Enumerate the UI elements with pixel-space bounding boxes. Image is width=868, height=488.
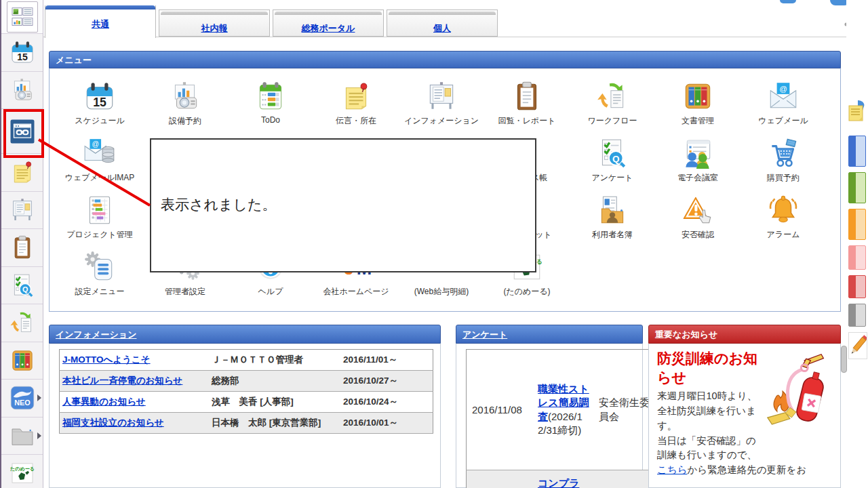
calendar-icon: 15 <box>9 39 36 66</box>
survey-title-link[interactable]: コンプライア <box>538 477 579 488</box>
menu-item-webmailimap[interactable]: @ウェブメールIMAP <box>57 136 142 184</box>
survey-panel: アンケート 2016/11/08職業性ストレス簡易調査(2026/12/31締切… <box>456 325 643 488</box>
sidebar-item-circulation-report[interactable] <box>1 229 43 267</box>
menu-item-projector[interactable]: 設備予約 <box>142 79 228 127</box>
surveyq-icon: Q <box>9 272 36 299</box>
notice-here-link[interactable]: こちら <box>657 464 688 475</box>
menu-item-surveyq[interactable]: Qアンケート <box>570 136 655 184</box>
note-icon <box>9 159 36 186</box>
menu-item-todo[interactable]: ToDo <box>228 79 313 125</box>
info-date: 2016/10/01～ <box>340 413 433 434</box>
menu-item-board[interactable]: インフォメーション <box>399 79 484 127</box>
binders-icon <box>681 79 715 113</box>
menu-item-binders[interactable]: 文書管理 <box>655 79 741 127</box>
sidebar-item-tanomail[interactable]: たのめーる <box>1 455 43 488</box>
svg-text:たのめーる: たのめーる <box>9 466 34 472</box>
calendar-icon: 15 <box>83 79 117 113</box>
svg-text:Q: Q <box>22 285 27 293</box>
menu-item-safety[interactable]: 安否確認 <box>655 193 741 241</box>
svg-text:15: 15 <box>17 52 28 62</box>
scrollbar-thumb[interactable] <box>841 346 847 373</box>
webmailimap-icon: @ <box>83 136 117 170</box>
survey-date <box>467 470 534 488</box>
menu-item-label: 伝言・所在 <box>313 115 399 127</box>
info-title-link[interactable]: J-MOTTOへようこそ <box>62 354 151 365</box>
menu-item-alarm[interactable]: アラーム <box>741 193 826 241</box>
tutorial-callout: 表示されました。 <box>150 138 536 272</box>
survey-table: 2016/11/08職業性ストレス簡易調査(2026/12/31締切)安全衛生委… <box>466 349 665 488</box>
rightbar-memo-shortcut[interactable] <box>848 99 866 129</box>
menu-item-clipboard[interactable]: 回覧・レポート <box>484 79 570 127</box>
menu-item-label: 購買予約 <box>741 172 826 184</box>
info-date: 2016/10/27～ <box>340 371 433 392</box>
menu-item-label: ワークフロー <box>570 115 655 127</box>
info-date: 2016/11/01～ <box>340 350 433 371</box>
sidebar-item-portal-selector[interactable] <box>1 0 43 34</box>
clipboard-icon <box>510 79 544 113</box>
sidebar-item-document-management[interactable] <box>1 342 43 380</box>
menu-item-label: ヘルプ <box>228 286 313 298</box>
tab-label: 個人 <box>433 23 451 33</box>
expand-arrow-icon[interactable] <box>37 394 41 401</box>
tab-2[interactable]: 社内報 <box>159 9 270 37</box>
rightbar-shortcut-red[interactable] <box>848 275 866 298</box>
menu-item-workflow[interactable]: ワークフロー <box>570 79 655 127</box>
sticky-note-icon <box>848 99 866 129</box>
menu-item-users[interactable]: 利用者名簿 <box>570 193 655 241</box>
menu-item-label: 設定メニュー <box>57 286 142 298</box>
menu-panel-title: メニュー <box>56 55 92 65</box>
rightbar-edit-pencil[interactable] <box>848 332 867 359</box>
survey-body: 2016/11/08職業性ストレス簡易調査(2026/12/31締切)安全衛生委… <box>456 344 643 488</box>
menu-item-calendar[interactable]: 15スケジュール <box>57 79 142 127</box>
rightbar-shortcut-orange[interactable] <box>848 209 866 240</box>
sidebar-item-workflow[interactable] <box>1 304 43 342</box>
surveyq-icon: Q <box>595 136 629 170</box>
information-body: J-MOTTOへようこそＪ－ＭＯＴＴＯ管理者2016/11/01～本社ビル一斉停… <box>49 344 441 488</box>
callout-text: 表示されました。 <box>161 195 276 214</box>
menu-item-label: 会社ホームページ <box>313 286 399 298</box>
rightbar-shortcut-gray[interactable] <box>848 304 866 327</box>
menu-item-label: アラーム <box>741 229 826 241</box>
rightbar-shortcut-green[interactable] <box>848 172 866 203</box>
menu-item-label: スケジュール <box>57 115 142 127</box>
sidebar-item-schedule[interactable]: 15 <box>1 34 43 72</box>
board-icon <box>9 197 36 224</box>
portal-icon <box>7 1 38 33</box>
sidebar-item-information[interactable] <box>1 192 43 230</box>
important-notice-body: 防災訓練のお知らせ 来週月曜日10時より、全社防災訓練を行います。 当日は「安否… <box>648 344 841 488</box>
menu-item-settings[interactable]: 設定メニュー <box>57 250 142 298</box>
information-panel: インフォメーション J-MOTTOへようこそＪ－ＭＯＴＴＯ管理者2016/11/… <box>49 325 441 488</box>
sidebar-item-desknets-neo[interactable]: NEO <box>1 380 43 418</box>
tab-1[interactable]: 共通 <box>45 5 156 38</box>
tab-label: 共通 <box>92 19 109 29</box>
survey-title-link[interactable]: アンケート <box>462 329 507 340</box>
rightbar-shortcut-blue[interactable] <box>848 136 866 167</box>
tab-3[interactable]: 総務ポータル <box>273 9 384 37</box>
expand-arrow-icon[interactable] <box>37 432 41 439</box>
sidebar-item-cabinet-folder[interactable] <box>1 418 43 455</box>
menu-item-label: 利用者名簿 <box>570 229 655 241</box>
info-title-link[interactable]: 人事異動のお知らせ <box>62 396 146 407</box>
svg-text:@: @ <box>779 85 787 93</box>
toolbar-cropped-icon[interactable] <box>780 0 796 3</box>
menu-item-webmail[interactable]: @ウェブメール <box>741 79 826 127</box>
menu-item-meeting[interactable]: 電子会議室 <box>655 136 741 184</box>
sidebar-item-facility-reservation[interactable] <box>1 72 43 110</box>
tabbar-divider <box>43 37 868 37</box>
rightbar-shortcut-pink[interactable] <box>848 245 866 270</box>
menu-item-cart[interactable]: 購買予約 <box>741 136 826 184</box>
tab-4[interactable]: 個人 <box>387 9 498 37</box>
pencil-icon <box>849 333 867 359</box>
menu-item-project[interactable]: プロジェクト管理 <box>57 193 142 241</box>
info-title-link[interactable]: 福岡支社設立のお知らせ <box>62 418 164 428</box>
svg-text:NEO: NEO <box>14 399 30 407</box>
info-date: 2016/10/24～ <box>340 392 433 413</box>
sidebar-item-survey[interactable]: Q <box>1 267 43 305</box>
tanomeru-icon: たのめーる <box>9 460 36 487</box>
menu-item-label: (たのめーる) <box>484 286 570 298</box>
info-title-link[interactable]: 本社ビル一斉停電のお知らせ <box>62 375 182 386</box>
sidebar-item-memo[interactable] <box>1 154 43 192</box>
fire-extinguisher-icon <box>762 350 833 437</box>
information-title-link[interactable]: インフォメーション <box>56 329 136 340</box>
menu-item-note[interactable]: 伝言・所在 <box>313 79 399 127</box>
